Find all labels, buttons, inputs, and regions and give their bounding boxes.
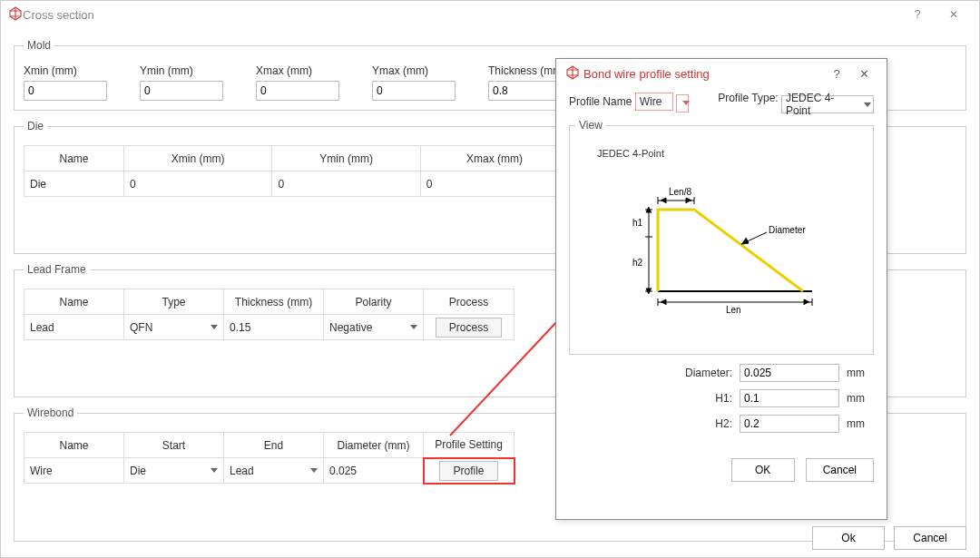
mold-xmin-input[interactable]	[24, 81, 107, 101]
dialog-titlebar: Bond wire profile setting ? ✕	[556, 59, 887, 88]
lf-type: QFN	[130, 321, 152, 334]
die-legend: Die	[24, 120, 47, 132]
lf-type-cell[interactable]: QFN	[124, 315, 224, 340]
app-icon	[565, 65, 580, 83]
diameter-input[interactable]	[740, 364, 839, 382]
lf-proc-cell: Process	[424, 315, 514, 340]
profile-name-value: Wire	[640, 95, 662, 108]
wirebond-table: Name Start End Diameter (mm) Profile Set…	[24, 432, 515, 485]
titlebar-close-button[interactable]: ✕	[936, 1, 972, 28]
lf-row[interactable]: Lead QFN 0.15 Negative Process	[24, 315, 514, 340]
h2-unit: mm	[847, 417, 874, 430]
wb-start-cell[interactable]: Die	[124, 458, 224, 484]
mold-legend: Mold	[24, 39, 54, 52]
dialog-footer: OK Cancel	[556, 449, 887, 491]
wb-h-end: End	[224, 433, 324, 458]
leadframe-legend: Lead Frame	[24, 263, 90, 276]
lf-process-button[interactable]: Process	[436, 318, 502, 338]
wb-h-profile: Profile Setting	[424, 433, 514, 458]
wb-h-name: Name	[24, 433, 124, 458]
lf-h-type: Type	[124, 289, 224, 315]
dialog-title: Bond wire profile setting	[583, 67, 710, 81]
mold-xmax-input[interactable]	[256, 81, 339, 101]
lf-header-row: Name Type Thickness (mm) Polarity Proces…	[24, 289, 514, 315]
die-ymin[interactable]: 0	[272, 171, 420, 197]
view-group: View JEDEC 4-Point	[569, 119, 874, 355]
window-title: Cross section	[23, 8, 899, 22]
die-h-xmax: Xmax (mm)	[420, 146, 568, 171]
wirebond-legend: Wirebond	[24, 406, 77, 419]
profile-type-label: Profile Type:	[718, 92, 778, 104]
profile-type-select[interactable]: JEDEC 4-Point	[781, 95, 874, 113]
h1-label: H1:	[660, 392, 732, 405]
lf-h-pol: Polarity	[324, 289, 424, 315]
mold-ymin-input[interactable]	[140, 81, 223, 101]
profile-type-value: JEDEC 4-Point	[786, 92, 855, 117]
chevron-down-icon	[310, 468, 318, 473]
wb-profile-cell: Profile	[424, 458, 514, 484]
bond-wire-profile-dialog: Bond wire profile setting ? ✕ Profile Na…	[555, 58, 887, 520]
wb-row[interactable]: Wire Die Lead 0.025 Profile	[24, 458, 514, 484]
app-icon	[8, 6, 23, 24]
mold-xmax-label: Xmax (mm)	[256, 64, 339, 77]
wb-end: Lead	[230, 465, 254, 477]
diagram-h1-label: h1	[632, 218, 643, 228]
h1-input[interactable]	[740, 389, 839, 407]
wb-profile-button[interactable]: Profile	[439, 461, 497, 481]
h2-label: H2:	[660, 417, 732, 430]
mold-xmin-label: Xmin (mm)	[24, 64, 107, 77]
lf-h-thick: Thickness (mm)	[224, 289, 324, 315]
lf-name[interactable]: Lead	[24, 315, 124, 340]
profile-name-label: Profile Name	[569, 95, 632, 108]
wb-diam[interactable]: 0.025	[324, 458, 424, 484]
chevron-down-icon	[682, 101, 690, 105]
die-xmax[interactable]: 0	[420, 171, 568, 197]
profile-name-dropdown[interactable]	[676, 94, 689, 113]
dialog-help-button[interactable]: ?	[823, 60, 850, 87]
lf-thick[interactable]: 0.15	[224, 315, 324, 340]
mold-ymax-input[interactable]	[372, 81, 456, 101]
chevron-down-icon	[410, 325, 417, 329]
h1-unit: mm	[847, 392, 874, 405]
titlebar-help-button[interactable]: ?	[899, 1, 936, 28]
ok-button[interactable]: Ok	[812, 526, 885, 550]
wb-name[interactable]: Wire	[24, 458, 124, 484]
diagram-h2-label: h2	[632, 258, 643, 268]
diagram-diameter-label: Diameter	[769, 225, 806, 235]
die-h-ymin: Ymin (mm)	[272, 146, 420, 171]
mold-ymin-label: Ymin (mm)	[140, 64, 223, 77]
lf-h-proc: Process	[424, 289, 514, 315]
diagram-len-label: Len	[726, 305, 741, 315]
diagram-len8-label: Len/8	[669, 187, 691, 197]
lf-pol: Negative	[329, 321, 372, 334]
diameter-label: Diameter:	[660, 367, 732, 379]
die-name[interactable]: Die	[24, 171, 124, 197]
die-h-name: Name	[24, 146, 124, 171]
diameter-unit: mm	[847, 367, 874, 379]
wb-start: Die	[130, 465, 146, 477]
chevron-down-icon	[864, 103, 871, 107]
cancel-button[interactable]: Cancel	[894, 526, 966, 550]
dialog-body: Profile Name Wire Profile Type: JEDEC 4-…	[556, 88, 887, 449]
diagram-title: JEDEC 4-Point	[597, 148, 867, 159]
mold-ymax-label: Ymax (mm)	[372, 64, 456, 77]
wb-h-start: Start	[124, 433, 224, 458]
h2-input[interactable]	[740, 415, 839, 433]
view-legend: View	[575, 119, 606, 132]
dialog-close-button[interactable]: ✕	[850, 60, 877, 87]
dialog-cancel-button[interactable]: Cancel	[806, 458, 874, 482]
footer: Ok Cancel	[812, 526, 966, 550]
profile-diagram: Len/8 h1 h2 Len Diameter	[585, 164, 858, 318]
wb-h-diam: Diameter (mm)	[324, 433, 424, 458]
lf-h-name: Name	[24, 289, 124, 315]
dialog-ok-button[interactable]: OK	[731, 458, 795, 482]
die-h-xmin: Xmin (mm)	[124, 146, 272, 171]
wb-end-cell[interactable]: Lead	[224, 458, 324, 484]
titlebar: Cross section ? ✕	[1, 1, 979, 28]
die-xmin[interactable]: 0	[124, 171, 272, 197]
wb-header-row: Name Start End Diameter (mm) Profile Set…	[24, 433, 514, 458]
chevron-down-icon	[211, 325, 218, 329]
chevron-down-icon	[211, 468, 218, 473]
lf-pol-cell[interactable]: Negative	[324, 315, 424, 340]
profile-name-select[interactable]: Wire	[635, 93, 673, 111]
